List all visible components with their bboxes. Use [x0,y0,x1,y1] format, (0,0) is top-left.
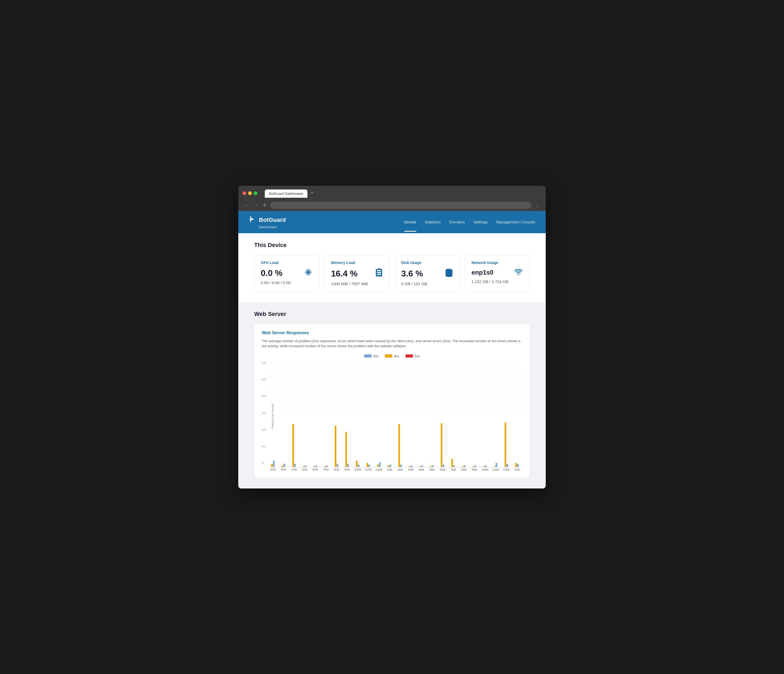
forward-button[interactable]: → [252,202,260,209]
x-axis-label: 3PM [278,469,289,471]
chart-legend: 2xx 4xx 5xx [262,354,522,358]
bar-inner-row [271,420,275,467]
address-bar[interactable] [270,202,531,209]
bar-4xx [388,465,389,467]
cpu-sub: 0.00 / 0.00 / 0.00 [261,280,313,285]
network-value: enp1s0 [471,269,493,276]
x-axis-label: 11AM [490,469,501,471]
bar-2xx [273,461,275,467]
browser-titlebar: BotGuard GateKeeper + [238,186,546,200]
bar-inner-row [303,420,306,467]
y-label-0.6: 0.6 [262,361,266,364]
bar-2xx [379,462,381,467]
y-axis: 0.6 0.5 0.4 0.3 0.2 0.1 0 [262,361,266,471]
x-axis-label: 6PM [310,469,320,471]
bar-group [448,420,459,467]
bar-2xx [326,465,328,467]
x-axis-label: 11PM [363,469,374,471]
bar-group [310,420,320,467]
browser-menu-button[interactable]: ⋮ [534,201,541,209]
bar-2xx [294,464,296,467]
bar-group [384,420,395,467]
bar-group [331,420,342,467]
bar-4xx [292,424,294,467]
tab-title: BotGuard GateKeeper [269,191,303,196]
x-axis-label: 5PM [299,469,310,471]
refresh-button[interactable]: ↻ [261,202,268,209]
bar-2xx [305,465,306,467]
bar-4xx [282,465,283,467]
disk-value: 3.6 % [401,269,423,279]
browser-chrome: BotGuard GateKeeper + ← → ↻ ⋮ [238,186,546,211]
bar-2xx [390,465,391,467]
maximize-button[interactable] [254,191,257,195]
x-axis-label: 7AM [448,469,459,471]
bar-2xx [496,463,497,467]
bar-group [268,420,278,467]
minimize-button[interactable] [248,191,252,195]
memory-label: Memory Load [331,260,383,265]
browser-tab[interactable]: BotGuard GateKeeper [265,190,308,198]
bar-inner-row [494,420,497,467]
bar-group [459,420,469,467]
back-button[interactable]: ← [243,202,250,209]
bar-inner-row [388,420,391,467]
bar-inner-row [441,420,444,467]
bar-inner-row [505,420,508,467]
nav-settings[interactable]: Settings [473,212,488,232]
brand-logo-icon [249,215,257,225]
bar-2xx [316,465,317,467]
nav-device[interactable]: Device [404,212,416,232]
close-button[interactable] [243,191,246,195]
svg-point-0 [306,271,310,274]
bar-inner-row [314,420,317,467]
bar-2xx [284,464,285,467]
bar-4xx [430,466,432,467]
tab-bar: BotGuard GateKeeper + [261,189,541,198]
legend-5xx: 5xx [406,354,420,358]
chart-svg [268,361,522,420]
y-label-0.2: 0.2 [262,428,266,431]
x-axis-label: 4AM [416,469,427,471]
bar-4xx [335,426,336,467]
bar-4xx [324,466,326,467]
bar-group [437,420,448,467]
bar-2xx [464,465,465,467]
svg-point-15 [518,274,519,275]
legend-2xx: 2xx [364,354,378,358]
bar-2xx [358,465,359,467]
add-tab-button[interactable]: + [308,189,316,197]
bar-group [320,420,331,467]
browser-window: BotGuard GateKeeper + ← → ↻ ⋮ [238,186,546,489]
x-axis-label: 5AM [427,469,437,471]
bar-inner-row [451,420,455,467]
y-label-0.4: 0.4 [262,395,266,398]
x-axis-label: 3AM [406,469,416,471]
x-axis-label: 9PM [342,469,353,471]
bar-4xx [398,424,400,467]
bar-4xx [451,459,453,467]
bar-4xx [303,466,305,467]
bar-4xx [483,466,485,467]
nav-management-console[interactable]: Management Console [496,212,535,232]
legend-5xx-color [406,354,413,358]
bar-4xx [420,466,421,467]
bar-4xx [462,466,464,467]
bar-group [406,420,416,467]
bar-group [512,420,522,467]
traffic-lights [243,191,257,195]
nav-domains[interactable]: Domains [449,212,465,232]
x-axis-label: 8PM [331,469,342,471]
bar-4xx [377,465,379,467]
bar-group [416,420,427,467]
nav-statistics[interactable]: Statistics [425,212,441,232]
bar-group [427,420,437,467]
bar-4xx [494,466,495,467]
cpu-main-row: 0.0 % [261,268,313,278]
bar-2xx [411,465,412,467]
bar-2xx [517,464,519,467]
brand-top: BotGuard [249,215,286,225]
disk-main-row: 3.6 % [401,268,453,279]
bar-inner-row [367,420,370,467]
bar-4xx [345,432,347,467]
